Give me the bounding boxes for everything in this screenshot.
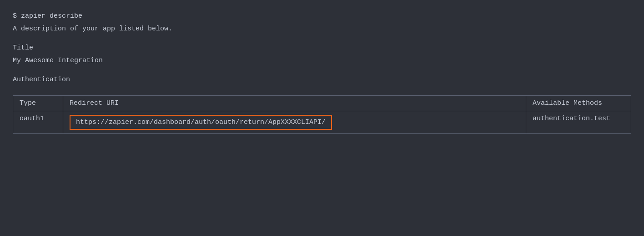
description-line: A description of your app listed below. xyxy=(13,24,631,34)
cell-methods: authentication.test xyxy=(526,111,631,133)
col-redirect-header: Redirect URI xyxy=(63,96,526,111)
auth-table: Type Redirect URI Available Methods oaut… xyxy=(13,95,631,134)
redirect-uri-highlighted: https://zapier.com/dashboard/auth/oauth/… xyxy=(70,115,332,130)
cell-redirect: https://zapier.com/dashboard/auth/oauth/… xyxy=(63,111,526,133)
auth-label: Authentication xyxy=(13,74,631,85)
terminal-output: $ zapier describe A description of your … xyxy=(0,0,644,236)
title-label: Title xyxy=(13,43,631,54)
cell-type: oauth1 xyxy=(13,111,63,133)
col-type-header: Type xyxy=(13,96,63,111)
title-value: My Awesome Integration xyxy=(13,55,631,66)
col-methods-header: Available Methods xyxy=(526,96,631,111)
table-header-row: Type Redirect URI Available Methods xyxy=(13,96,631,111)
command-line: $ zapier describe xyxy=(13,11,631,22)
table-row: oauth1 https://zapier.com/dashboard/auth… xyxy=(13,111,631,133)
